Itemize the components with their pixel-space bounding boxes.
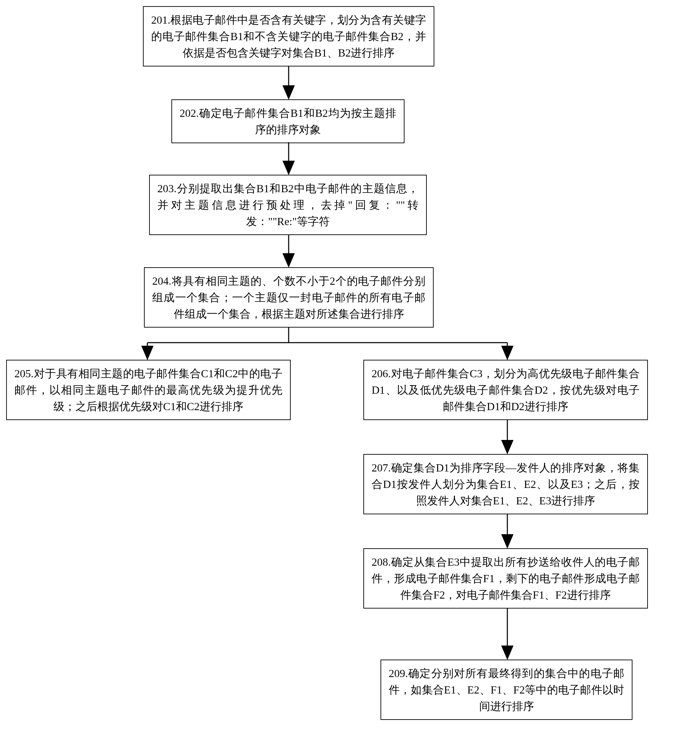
step-205: 205.对于具有相同主题的电子邮件集合C1和C2中的电子邮件，以相同主题电子邮件…: [6, 360, 291, 420]
step-204: 204.将具有相同主题的、个数不小于2个的电子邮件分别组成一个集合；一个主题仅一…: [144, 267, 434, 328]
step-209: 209.确定分别对所有最终得到的集合中的电子邮件，如集合E1、E2、F1、F2等…: [381, 660, 632, 720]
step-206: 206.对电子邮件集合C3，划分为高优先级电子邮件集合D1、以及低优先级电子邮件…: [363, 360, 648, 420]
flowchart-container: 201.根据电子邮件中是否含有关键字，划分为含有关键字的电子邮件集合B1和不含关…: [0, 0, 700, 736]
step-202: 202.确定电子邮件集合B1和B2均为按主题排序的排序对象: [171, 99, 404, 143]
step-208: 208.确定从集合E3中提取出所有抄送给收件人的电子邮件，形成电子邮件集合F1，…: [363, 548, 648, 608]
step-207: 207.确定集合D1为排序字段—发件人的排序对象，将集合D1按发件人划分为集合E…: [363, 454, 648, 514]
step-201: 201.根据电子邮件中是否含有关键字，划分为含有关键字的电子邮件集合B1和不含关…: [143, 6, 434, 66]
step-203: 203.分别提取出集合B1和B2中电子邮件的主题信息，并对主题信息进行预处理，去…: [149, 175, 427, 235]
